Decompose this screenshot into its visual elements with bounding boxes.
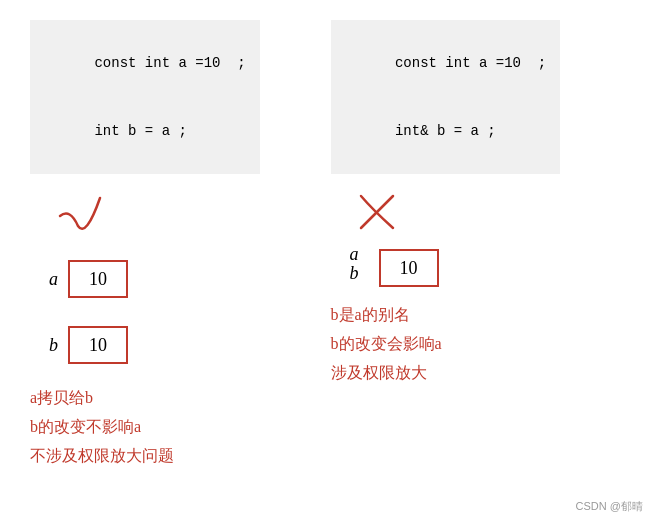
left-panel: const int a =10 ; int b = a ; a 10 b 1 <box>30 20 321 502</box>
left-desc-line3: 不涉及权限放大问题 <box>30 442 174 471</box>
left-desc-line1: a拷贝给b <box>30 384 174 413</box>
left-var-b-box: 10 <box>68 326 128 364</box>
left-memory-section: a 10 b 10 <box>30 254 128 370</box>
left-var-b-row: b 10 <box>30 326 128 364</box>
right-desc-line1: b是a的别名 <box>331 301 442 330</box>
left-var-b-label: b <box>30 335 58 356</box>
right-code-block: const int a =10 ; int& b = a ; <box>331 20 561 174</box>
left-code-block: const int a =10 ; int b = a ; <box>30 20 260 174</box>
left-code-line1: const int a =10 ; <box>94 55 245 71</box>
csdn-badge: CSDN @郁晴 <box>576 499 643 514</box>
right-var-b-label: b <box>331 263 359 284</box>
right-panel: const int a =10 ; int& b = a ; a b <box>321 20 622 502</box>
checkmark-icon <box>50 188 110 248</box>
left-code-line2: int b = a ; <box>94 123 186 139</box>
right-desc-line2: b的改变会影响a <box>331 330 442 359</box>
right-description: b是a的别名 b的改变会影响a 涉及权限放大 <box>331 301 442 387</box>
left-description: a拷贝给b b的改变不影响a 不涉及权限放大问题 <box>30 384 174 470</box>
left-var-a-row: a 10 <box>30 260 128 298</box>
left-desc-line2: b的改变不影响a <box>30 413 174 442</box>
crossmark-icon <box>351 188 406 243</box>
right-var-ab-box: 10 <box>379 249 439 287</box>
left-var-a-label: a <box>30 269 58 290</box>
right-code-line1: const int a =10 ; <box>395 55 546 71</box>
right-code-line2: int& b = a ; <box>395 123 496 139</box>
right-memory-section: a b 10 <box>331 249 439 287</box>
left-var-a-box: 10 <box>68 260 128 298</box>
right-desc-line3: 涉及权限放大 <box>331 359 442 388</box>
